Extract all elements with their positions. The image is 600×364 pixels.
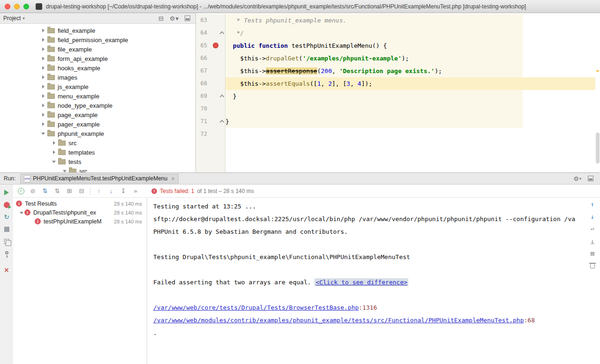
editor-scrollbar[interactable]: [595, 13, 600, 172]
minimize-window-button[interactable]: [14, 4, 20, 9]
project-tree-item[interactable]: node_type_example: [0, 101, 195, 110]
rerun-button[interactable]: [3, 189, 10, 196]
soft-wrap-button[interactable]: ↩: [588, 225, 597, 232]
test-tree-item[interactable]: !Test Results28 s 140 ms: [13, 199, 147, 208]
print-button[interactable]: ▤: [588, 250, 597, 257]
overflow-button[interactable]: »: [132, 187, 139, 195]
chevron-right-icon[interactable]: [40, 74, 46, 80]
import-test-results-button[interactable]: ↧: [120, 187, 127, 195]
project-tree-item[interactable]: phpunit_example: [0, 129, 195, 138]
close-window-button[interactable]: [5, 4, 10, 9]
editor-line[interactable]: 71}: [196, 115, 595, 128]
file-link[interactable]: /var/www/web/modules/contrib/examples/ph…: [153, 317, 524, 324]
fold-marker-icon[interactable]: [220, 31, 225, 36]
pin-tab-button[interactable]: [3, 250, 10, 257]
chevron-right-icon[interactable]: [40, 56, 46, 61]
toggle-auto-test-button[interactable]: ↻: [3, 214, 10, 220]
project-tree-item[interactable]: templates: [0, 148, 195, 157]
editor-line[interactable]: 66 $this->drupalGet('/examples/phpunit-e…: [196, 52, 595, 65]
fold-marker-icon[interactable]: [220, 120, 225, 125]
chevron-right-icon[interactable]: [40, 121, 46, 127]
hide-window-icon[interactable]: [588, 176, 593, 181]
project-tree-item[interactable]: src: [0, 166, 195, 172]
down-stack-trace-button[interactable]: ↓: [588, 213, 597, 220]
restore-layout-button[interactable]: [3, 238, 10, 245]
project-tree[interactable]: field_examplefield_permission_examplefil…: [0, 24, 195, 172]
project-tree-item[interactable]: tests: [0, 157, 195, 166]
project-tree-item[interactable]: file_example: [0, 45, 195, 54]
hide-panel-icon[interactable]: [185, 15, 190, 21]
stop-button[interactable]: [3, 226, 10, 232]
run-tab[interactable]: php PHPUnitExampleMenuTest.testPhpUnitEx…: [20, 174, 178, 184]
show-ignored-button[interactable]: ⊘: [29, 187, 37, 195]
console-line: Testing started at 13:25 ...: [153, 200, 586, 213]
sort-by-duration-button[interactable]: ⇅: [53, 187, 61, 195]
project-tree-item[interactable]: field_permission_example: [0, 35, 195, 45]
collapse-all-button[interactable]: ⊟: [78, 187, 85, 195]
editor-line[interactable]: 72: [196, 128, 595, 141]
up-stack-trace-button[interactable]: ↑: [588, 201, 597, 208]
zoom-window-button[interactable]: [23, 4, 29, 9]
chevron-right-icon[interactable]: [40, 65, 46, 71]
test-failed-gutter-icon[interactable]: [213, 43, 218, 48]
collapse-all-icon[interactable]: ⊟: [158, 15, 164, 22]
close-button[interactable]: ×: [3, 267, 10, 274]
editor-line[interactable]: 68 $this->assertEquals([1, 2], [3, 4]);: [196, 77, 595, 90]
project-tree-item[interactable]: field_example: [0, 26, 195, 35]
project-tree-item[interactable]: images: [0, 73, 195, 82]
close-tab-icon[interactable]: ×: [171, 176, 175, 182]
project-tree-item[interactable]: menu_example: [0, 91, 195, 101]
next-failed-test-button[interactable]: ↓: [107, 187, 115, 195]
chevron-right-icon[interactable]: [40, 46, 46, 52]
warning-stripe-mark[interactable]: [596, 70, 599, 72]
chevron-right-icon[interactable]: [51, 149, 57, 155]
diff-link[interactable]: <Click to see difference>: [315, 278, 408, 286]
rerun-failed-tests-button[interactable]: [3, 201, 10, 208]
editor-line[interactable]: 70: [196, 103, 595, 115]
run-settings-gear-icon[interactable]: ⚙▾: [573, 176, 581, 182]
chevron-right-icon[interactable]: [40, 28, 46, 33]
editor-line[interactable]: 64 */: [196, 27, 595, 39]
editor-gutter: 67: [196, 65, 225, 77]
chevron-down-icon[interactable]: [62, 168, 68, 172]
project-tree-item[interactable]: pager_example: [0, 119, 195, 129]
previous-failed-test-button[interactable]: ↑: [95, 187, 103, 195]
chevron-down-icon[interactable]: [40, 131, 46, 136]
chevron-right-icon[interactable]: [40, 93, 46, 99]
chevron-right-icon[interactable]: [40, 84, 46, 89]
editor-line[interactable]: 67 $this->assertResponse(200, 'Descripti…: [196, 65, 595, 77]
show-passed-button[interactable]: ✓: [18, 188, 24, 194]
settings-gear-icon[interactable]: ⚙▾: [170, 15, 179, 22]
editor-line[interactable]: 65 public function testPhpUnitExampleMen…: [196, 39, 595, 52]
test-tree-item[interactable]: !Drupal\Tests\phpunit_ex28 s 140 ms: [13, 208, 147, 217]
line-number: 63: [201, 14, 207, 27]
editor-line[interactable]: 69 }: [196, 90, 595, 103]
chevron-right-icon[interactable]: [40, 103, 46, 108]
chevron-down-icon[interactable]: [19, 210, 24, 215]
project-tree-item[interactable]: form_api_example: [0, 54, 195, 63]
project-panel-title[interactable]: Project: [3, 15, 21, 22]
scroll-to-end-button[interactable]: ↓: [588, 238, 597, 245]
scrollbar-thumb[interactable]: [596, 133, 600, 163]
file-link[interactable]: /var/www/web/core/tests/Drupal/Tests/Bro…: [153, 304, 359, 311]
chevron-right-icon[interactable]: [40, 112, 46, 118]
chevron-down-icon[interactable]: [51, 159, 57, 164]
chevron-right-icon[interactable]: [40, 37, 46, 43]
sort-alphabetically-button[interactable]: ⇅: [41, 187, 49, 195]
project-tree-item[interactable]: hooks_example: [0, 63, 195, 73]
console-output[interactable]: ↑ ↓ ↩ ↓ ▤ Testing started at 13:25 ...sf…: [147, 198, 600, 364]
project-tree-item[interactable]: js_example: [0, 82, 195, 91]
test-tree[interactable]: !Test Results28 s 140 ms!Drupal\Tests\ph…: [13, 198, 147, 364]
editor[interactable]: 63 * Tests phpunit_example menus.64 */65…: [196, 13, 600, 172]
expand-all-button[interactable]: ⊞: [66, 187, 73, 195]
project-tree-item[interactable]: page_example: [0, 110, 195, 119]
rerun-failed-icon: [4, 202, 10, 208]
chevron-right-icon[interactable]: [51, 140, 57, 146]
fold-marker-icon[interactable]: [220, 95, 225, 99]
chevron-down-icon[interactable]: ▾: [22, 16, 25, 21]
run-tab-bar: Run: php PHPUnitExampleMenuTest.testPhpU…: [0, 173, 600, 185]
editor-line[interactable]: 63 * Tests phpunit_example menus.: [196, 14, 595, 27]
clear-all-button[interactable]: [588, 262, 597, 269]
test-tree-item[interactable]: !testPhpUnitExampleM28 s 140 ms: [13, 217, 147, 226]
project-tree-item[interactable]: src: [0, 138, 195, 148]
